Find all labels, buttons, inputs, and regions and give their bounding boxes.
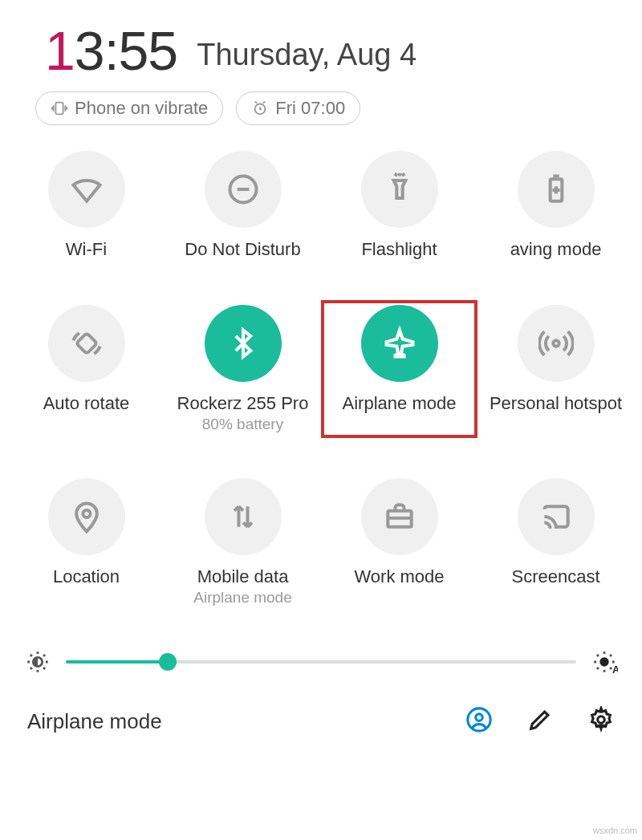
alarm-clock-icon — [251, 99, 269, 117]
svg-point-12 — [476, 714, 483, 721]
tile-label: Wi-Fi — [66, 239, 107, 260]
tile-mobile-data[interactable]: Mobile data Airplane mode — [165, 478, 321, 607]
vibrate-chip-label: Phone on vibrate — [75, 98, 208, 119]
auto-rotate-button[interactable] — [48, 305, 125, 382]
watermark: wsxdn.com — [593, 826, 637, 835]
clock-rest: 3:55 — [75, 20, 177, 81]
briefcase-icon — [382, 499, 417, 534]
tile-sublabel: 80% battery — [202, 416, 283, 433]
alarm-chip[interactable]: Fri 07:00 — [236, 91, 360, 125]
cast-icon — [538, 499, 574, 534]
bluetooth-icon — [226, 326, 261, 361]
settings-button[interactable] — [587, 706, 615, 737]
battery-plus-icon — [538, 172, 574, 207]
bluetooth-button[interactable] — [205, 305, 282, 382]
brightness-slider[interactable] — [66, 660, 576, 663]
tile-location[interactable]: Location — [8, 478, 165, 607]
wifi-button[interactable] — [48, 151, 125, 228]
footer-icons — [465, 706, 615, 737]
dnd-button[interactable] — [205, 151, 282, 228]
svg-point-5 — [553, 340, 559, 346]
tile-bluetooth[interactable]: Rockerz 255 Pro 80% battery — [165, 305, 321, 433]
brightness-auto-icon: A — [591, 648, 618, 676]
data-arrows-icon — [226, 499, 261, 534]
tile-hotspot[interactable]: Personal hotspot — [477, 305, 634, 433]
edit-button[interactable] — [526, 706, 554, 737]
brightness-row: A — [0, 616, 642, 692]
tile-label: Do Not Disturb — [185, 239, 300, 260]
gear-icon — [587, 706, 615, 733]
slider-thumb[interactable] — [159, 653, 177, 671]
pencil-icon — [526, 706, 554, 733]
wifi-icon — [69, 172, 104, 207]
user-circle-icon — [465, 706, 493, 733]
vibrate-icon — [51, 99, 68, 117]
tile-label: Mobile data — [197, 566, 289, 587]
brightness-low-icon — [24, 648, 51, 676]
rotate-icon — [69, 326, 104, 361]
flashlight-button[interactable] — [361, 151, 438, 228]
tile-sublabel: Airplane mode — [193, 589, 292, 607]
mobile-data-button[interactable] — [205, 478, 282, 555]
quick-settings-grid: Wi-Fi Do Not Disturb Flashlight aving mo… — [0, 141, 642, 616]
clock-time: 13:55 — [45, 19, 177, 82]
svg-point-13 — [598, 716, 605, 724]
location-button[interactable] — [48, 478, 125, 555]
clock-date: Thursday, Aug 4 — [197, 38, 416, 72]
tile-label: Auto rotate — [43, 393, 130, 414]
svg-point-6 — [83, 510, 90, 517]
tile-work-mode[interactable]: Work mode — [321, 478, 477, 607]
svg-rect-0 — [55, 103, 63, 115]
clock-hour-leading: 1 — [45, 20, 75, 81]
vibrate-chip[interactable]: Phone on vibrate — [35, 91, 223, 125]
work-mode-button[interactable] — [361, 478, 438, 555]
status-header: 13:55 Thursday, Aug 4 — [0, 0, 642, 88]
tile-label: Screencast — [511, 566, 599, 587]
screencast-button[interactable] — [518, 478, 595, 555]
tile-flashlight[interactable]: Flashlight — [321, 151, 477, 260]
footer-bar: Airplane mode — [0, 692, 642, 751]
tile-wifi[interactable]: Wi-Fi — [8, 151, 165, 260]
dnd-icon — [226, 172, 261, 207]
status-chips: Phone on vibrate Fri 07:00 — [0, 88, 642, 141]
location-pin-icon — [69, 499, 104, 534]
svg-text:A: A — [612, 663, 618, 676]
svg-rect-4 — [76, 333, 97, 354]
svg-point-9 — [599, 657, 608, 666]
slider-fill — [66, 660, 168, 663]
tile-label: Rockerz 255 Pro — [177, 393, 309, 414]
tile-label: Flashlight — [361, 239, 437, 260]
hotspot-button[interactable] — [518, 305, 595, 382]
user-button[interactable] — [465, 706, 493, 737]
footer-title: Airplane mode — [27, 709, 433, 734]
tile-screencast[interactable]: Screencast — [477, 478, 634, 607]
hotspot-icon — [538, 326, 574, 361]
saving-mode-button[interactable] — [518, 151, 595, 228]
tile-saving-mode[interactable]: aving mode — [477, 151, 634, 260]
tile-label: Work mode — [354, 566, 444, 587]
tile-label: Personal hotspot — [490, 393, 622, 414]
tile-auto-rotate[interactable]: Auto rotate — [8, 305, 165, 433]
alarm-chip-label: Fri 07:00 — [275, 98, 345, 119]
airplane-mode-button[interactable] — [361, 305, 438, 382]
tile-label: aving mode — [510, 239, 602, 260]
airplane-icon — [382, 326, 417, 361]
flashlight-icon — [382, 172, 417, 207]
tile-label: Airplane mode — [343, 393, 457, 414]
tile-dnd[interactable]: Do Not Disturb — [165, 151, 321, 260]
tile-airplane-mode[interactable]: Airplane mode — [321, 300, 477, 438]
tile-label: Location — [53, 566, 120, 587]
